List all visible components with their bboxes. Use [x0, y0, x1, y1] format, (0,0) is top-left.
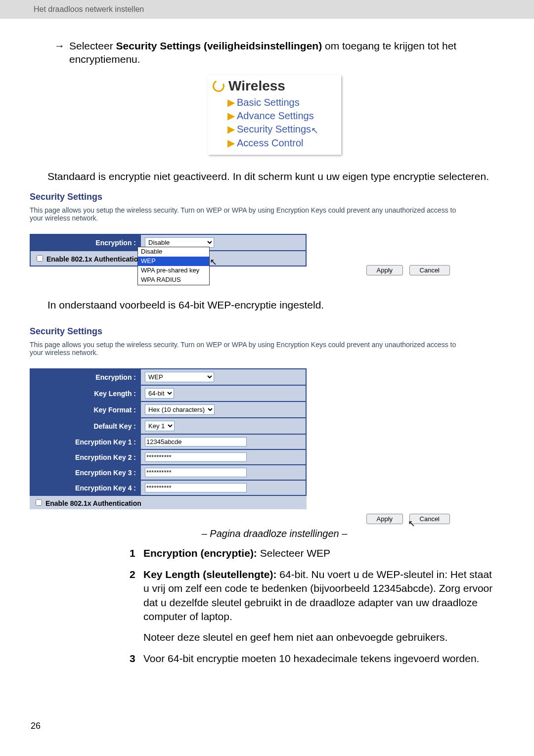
- breadcrumb: Het draadloos netwerk instellen: [0, 0, 534, 19]
- sec1-title: Security Settings: [30, 192, 460, 202]
- intro-prefix: Selecteer: [69, 40, 116, 51]
- enc-key4-input[interactable]: [145, 483, 247, 492]
- page-number: 26: [31, 721, 41, 731]
- key-length-select[interactable]: 64-bit: [145, 388, 174, 399]
- cancel-button[interactable]: Cancel: [409, 265, 450, 275]
- enable-8021x-checkbox[interactable]: [36, 499, 42, 506]
- key-format-label: Key Format :: [31, 402, 140, 417]
- encryption-label: Encryption :: [31, 369, 140, 385]
- intro-below: In onderstaand voorbeeld is 64-bit WEP-e…: [47, 298, 499, 311]
- step-2: Key Length (sleutellengte): 64-bit. Nu v…: [143, 568, 499, 645]
- enc-key3-input[interactable]: [145, 468, 247, 477]
- triangle-icon: ▶: [227, 137, 235, 148]
- triangle-icon: ▶: [227, 110, 235, 121]
- default-key-label: Default Key :: [31, 418, 140, 434]
- step2-note: Noteer deze sleutel en geef hem niet aan…: [143, 631, 447, 643]
- triangle-icon: ▶: [227, 97, 235, 108]
- enc-key4-label: Encryption Key 4 :: [31, 481, 140, 495]
- menu-label: Basic Settings: [237, 97, 300, 108]
- apply-button[interactable]: Apply: [366, 514, 403, 524]
- enc-key2-label: Encryption Key 2 :: [31, 450, 140, 464]
- enc-key1-input[interactable]: [145, 437, 247, 446]
- menu-label: Access Control: [237, 137, 304, 148]
- intro-middle: Standaard is encryptie niet geactiveerd.…: [47, 170, 499, 183]
- step-3: Voor 64-bit encryptie moeten 10 hexadeci…: [143, 652, 499, 666]
- dropdown-option-wpa-radius[interactable]: WPA RADIUS: [138, 275, 209, 285]
- menu-label: Advance Settings: [237, 110, 314, 121]
- step2-bold: Key Length (sleutellengte):: [143, 569, 277, 580]
- figure-caption: – Pagina draadloze instellingen –: [49, 528, 499, 539]
- enc-key3-label: Encryption Key 3 :: [31, 465, 140, 480]
- step3-text: Voor 64-bit encryptie moeten 10 hexadeci…: [143, 653, 479, 664]
- apply-button[interactable]: Apply: [366, 265, 403, 275]
- menu-item-basic[interactable]: ▶Basic Settings: [227, 96, 336, 109]
- enable-8021x-label: Enable 802.1x Authentication: [45, 499, 141, 507]
- enable-8021x-checkbox[interactable]: [37, 255, 43, 262]
- menu-item-security[interactable]: ▶Security Settings↖: [227, 123, 336, 136]
- intro-bold: Security Settings (veiligheidsinstelling…: [116, 40, 322, 51]
- wireless-menu-title: Wireless: [213, 78, 336, 94]
- sec1-desc: This page allows you setup the wireless …: [30, 206, 460, 222]
- step1-bold: Encryption (encryptie):: [143, 547, 257, 559]
- sec2-desc: This page allows you setup the wireless …: [30, 341, 460, 356]
- wireless-menu-screenshot: Wireless ▶Basic Settings ▶Advance Settin…: [208, 75, 341, 155]
- wireless-title-text: Wireless: [228, 78, 285, 94]
- security-settings-screenshot-1: Security Settings This page allows you s…: [30, 192, 460, 278]
- key-length-label: Key Length :: [31, 386, 140, 401]
- key-format-select[interactable]: Hex (10 characters): [145, 404, 215, 415]
- sec2-title: Security Settings: [30, 326, 460, 337]
- encryption-label: Encryption :: [31, 235, 140, 250]
- enc-key1-label: Encryption Key 1 :: [31, 435, 140, 449]
- default-key-select[interactable]: Key 1: [145, 421, 175, 431]
- triangle-icon: ▶: [227, 124, 235, 134]
- cursor-icon: ↖: [408, 518, 415, 529]
- intro-line-1: Selecteer Security Settings (veiligheids…: [49, 39, 499, 66]
- step1-rest: Selecteer WEP: [257, 547, 330, 559]
- encryption-select[interactable]: Disable: [145, 237, 214, 248]
- encryption-dropdown-open[interactable]: Disable WEP WPA pre-shared key WPA RADIU…: [137, 247, 210, 285]
- enc-key2-input[interactable]: [145, 452, 247, 462]
- security-settings-screenshot-2: Security Settings This page allows you s…: [30, 326, 460, 524]
- encryption-select[interactable]: WEP: [145, 372, 214, 382]
- dropdown-option-wpa-psk[interactable]: WPA pre-shared key: [138, 266, 209, 275]
- cursor-icon: ↖: [311, 125, 318, 136]
- menu-item-access[interactable]: ▶Access Control: [227, 136, 336, 150]
- step-1: Encryption (encryptie): Selecteer WEP: [143, 546, 499, 560]
- dropdown-option-disable[interactable]: Disable: [138, 247, 209, 257]
- enable-8021x-label: Enable 802.1x Authentication: [46, 255, 142, 263]
- cursor-icon: ↖: [210, 257, 217, 267]
- ring-icon: [211, 78, 226, 93]
- menu-label: Security Settings: [237, 124, 311, 134]
- dropdown-option-wep[interactable]: WEP: [138, 257, 209, 266]
- menu-item-advance[interactable]: ▶Advance Settings: [227, 109, 336, 123]
